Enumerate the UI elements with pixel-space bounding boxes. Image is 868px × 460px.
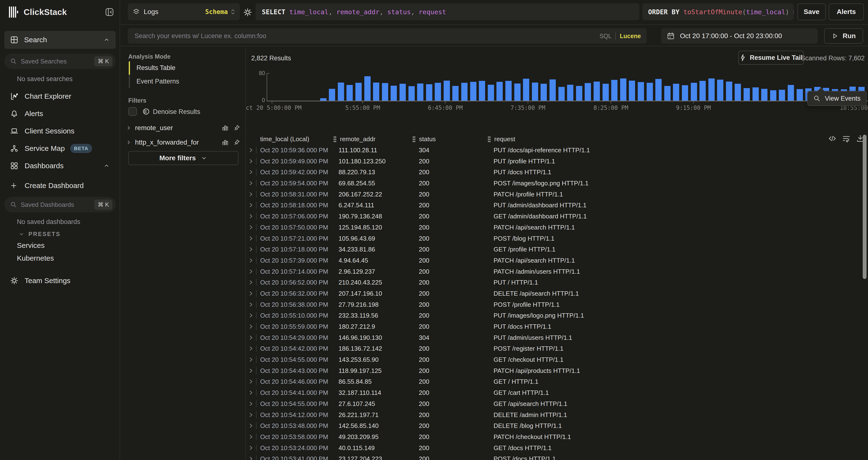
table-row[interactable]: Oct 20 10:59:54.000 PM 69.68.254.55 200 … bbox=[246, 178, 868, 189]
histogram-bar[interactable] bbox=[435, 83, 441, 100]
column-header-request[interactable]: request bbox=[487, 135, 515, 143]
histogram-bar[interactable] bbox=[550, 79, 556, 100]
histogram-bar[interactable] bbox=[797, 89, 803, 100]
table-row[interactable]: Oct 20 10:53:48.000 PM 142.56.85.140 200… bbox=[246, 421, 868, 432]
histogram-bar[interactable] bbox=[461, 83, 467, 100]
histogram-bar[interactable] bbox=[585, 83, 591, 100]
row-expand-chevron-icon[interactable] bbox=[248, 190, 254, 199]
saved-dashboards-field[interactable] bbox=[21, 201, 94, 208]
column-header-time-local[interactable]: time_local (Local) bbox=[260, 135, 309, 143]
mode-event-patterns[interactable]: Event Patterns bbox=[136, 78, 179, 85]
table-row[interactable]: Oct 20 10:56:52.000 PM 210.240.43.225 20… bbox=[246, 277, 868, 288]
row-expand-chevron-icon[interactable] bbox=[248, 399, 254, 408]
mode-results-table[interactable]: Results Table bbox=[136, 64, 176, 72]
row-expand-chevron-icon[interactable] bbox=[248, 443, 254, 452]
row-expand-chevron-icon[interactable] bbox=[248, 168, 254, 176]
histogram-bar[interactable] bbox=[444, 81, 450, 100]
table-row[interactable]: Oct 20 10:54:41.000 PM 32.187.110.114 20… bbox=[246, 387, 868, 399]
table-row[interactable]: Oct 20 10:58:18.000 PM 6.247.54.111 200 … bbox=[246, 200, 868, 211]
row-expand-chevron-icon[interactable] bbox=[248, 234, 254, 243]
histogram-bar[interactable] bbox=[567, 85, 574, 100]
histogram-bar[interactable] bbox=[391, 86, 397, 100]
histogram-bar[interactable] bbox=[752, 87, 759, 100]
histogram-bar[interactable] bbox=[761, 89, 768, 100]
row-expand-chevron-icon[interactable] bbox=[248, 179, 254, 188]
sidebar-item-service-map[interactable]: Service Map BETA bbox=[4, 141, 116, 155]
sidebar-item-chart-explorer[interactable]: Chart Explorer bbox=[4, 89, 116, 103]
histogram-bar[interactable] bbox=[479, 81, 485, 100]
row-expand-chevron-icon[interactable] bbox=[248, 377, 254, 386]
histogram-bar[interactable] bbox=[329, 89, 335, 100]
histogram-bar[interactable] bbox=[779, 90, 785, 101]
histogram-bar[interactable] bbox=[770, 90, 776, 100]
field-chart-icon[interactable] bbox=[222, 139, 229, 146]
field-pin-icon[interactable] bbox=[233, 139, 240, 146]
histogram-bar[interactable] bbox=[735, 84, 741, 100]
histogram-bar[interactable] bbox=[373, 83, 379, 100]
table-row[interactable]: Oct 20 10:57:18.000 PM 34.233.81.86 200 … bbox=[246, 244, 868, 255]
row-expand-chevron-icon[interactable] bbox=[248, 311, 254, 320]
table-row[interactable]: Oct 20 10:54:43.000 PM 118.99.197.125 20… bbox=[246, 365, 868, 376]
row-expand-chevron-icon[interactable] bbox=[248, 432, 254, 441]
vertical-scrollbar[interactable] bbox=[863, 135, 867, 279]
histogram-bar[interactable] bbox=[673, 84, 679, 100]
saved-dashboards-input[interactable]: ⌘ K bbox=[4, 197, 116, 212]
table-row[interactable]: Oct 20 10:54:55.000 PM 143.253.65.90 200… bbox=[246, 354, 868, 365]
histogram-bar[interactable] bbox=[470, 82, 476, 100]
histogram-bar[interactable] bbox=[611, 80, 618, 100]
histogram-bar[interactable] bbox=[540, 84, 547, 100]
row-expand-chevron-icon[interactable] bbox=[248, 212, 254, 221]
histogram-bar[interactable] bbox=[514, 84, 521, 101]
row-expand-chevron-icon[interactable] bbox=[248, 366, 254, 375]
table-row[interactable]: Oct 20 10:57:21.000 PM 105.96.43.69 200 … bbox=[246, 233, 868, 244]
source-selector[interactable]: Logs Schema bbox=[128, 3, 240, 20]
row-expand-chevron-icon[interactable] bbox=[248, 201, 254, 209]
histogram-bar[interactable] bbox=[629, 81, 635, 100]
row-expand-chevron-icon[interactable] bbox=[248, 355, 254, 364]
table-row[interactable]: Oct 20 10:56:38.000 PM 27.79.216.198 200… bbox=[246, 299, 868, 310]
histogram-bar[interactable] bbox=[594, 82, 600, 100]
wrap-text-icon[interactable] bbox=[842, 135, 850, 143]
event-search-bar[interactable]: SQL Lucene bbox=[128, 28, 647, 44]
saved-searches-field[interactable] bbox=[21, 58, 94, 65]
histogram-bar[interactable] bbox=[691, 83, 697, 100]
histogram-bar[interactable] bbox=[408, 86, 415, 100]
preset-kubernetes[interactable]: Kubernetes bbox=[17, 254, 54, 262]
row-expand-chevron-icon[interactable] bbox=[248, 146, 254, 154]
histogram-bar[interactable] bbox=[338, 83, 344, 100]
table-row[interactable]: Oct 20 10:57:50.000 PM 125.194.85.120 20… bbox=[246, 222, 868, 233]
table-row[interactable]: Oct 20 10:54:29.000 PM 146.96.190.130 30… bbox=[246, 332, 868, 343]
histogram-bar[interactable] bbox=[426, 84, 432, 100]
table-row[interactable]: Oct 20 10:54:12.000 PM 26.221.197.71 200… bbox=[246, 409, 868, 421]
create-dashboard-button[interactable]: Create Dashboard bbox=[4, 179, 116, 193]
histogram-bar[interactable] bbox=[638, 82, 644, 100]
histogram-bar[interactable] bbox=[496, 82, 503, 100]
histogram-bar[interactable] bbox=[400, 84, 406, 100]
denoise-checkbox[interactable] bbox=[128, 107, 137, 116]
table-row[interactable]: Oct 20 10:54:55.000 PM 27.6.107.245 200 … bbox=[246, 399, 868, 409]
histogram-bar[interactable] bbox=[320, 98, 327, 100]
histogram-bar[interactable] bbox=[523, 79, 529, 100]
row-expand-chevron-icon[interactable] bbox=[248, 223, 254, 232]
presets-section-toggle[interactable]: PRESETS bbox=[18, 231, 61, 237]
more-filters-button[interactable]: More filters bbox=[128, 151, 239, 165]
column-header-remote-addr[interactable]: remote_addr bbox=[333, 135, 375, 143]
source-settings-gear-icon[interactable] bbox=[243, 8, 252, 17]
column-header-status[interactable]: status bbox=[412, 135, 436, 143]
code-view-icon[interactable] bbox=[828, 135, 836, 143]
histogram-bar[interactable] bbox=[355, 83, 362, 100]
sidebar-item-client-sessions[interactable]: Client Sessions bbox=[4, 124, 116, 138]
table-row[interactable]: Oct 20 10:53:24.000 PM 40.0.115.149 200 … bbox=[246, 442, 868, 454]
histogram-bar[interactable] bbox=[788, 85, 794, 100]
events-histogram[interactable] bbox=[267, 76, 868, 100]
table-row[interactable]: Oct 20 10:56:32.000 PM 207.147.196.10 20… bbox=[246, 288, 868, 299]
sidebar-item-search[interactable]: Search bbox=[4, 31, 116, 49]
row-expand-chevron-icon[interactable] bbox=[248, 455, 254, 460]
histogram-bar[interactable] bbox=[505, 81, 512, 100]
row-expand-chevron-icon[interactable] bbox=[248, 300, 254, 309]
histogram-bar[interactable] bbox=[382, 83, 388, 100]
table-row[interactable]: Oct 20 10:57:06.000 PM 190.79.136.248 20… bbox=[246, 211, 868, 222]
row-expand-chevron-icon[interactable] bbox=[248, 333, 254, 342]
histogram-bar[interactable] bbox=[744, 88, 750, 100]
lucene-toggle[interactable]: Lucene bbox=[620, 33, 641, 39]
